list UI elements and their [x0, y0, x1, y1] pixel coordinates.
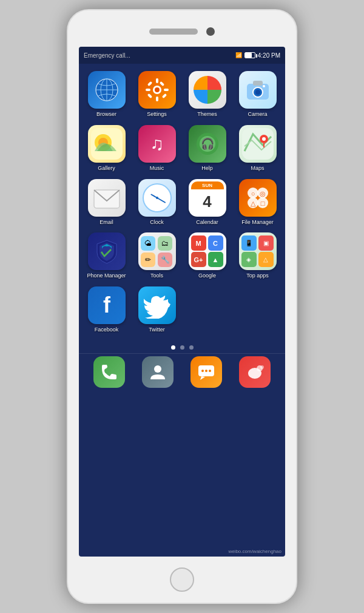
app-music[interactable]: ♫ Music [135, 125, 178, 172]
app-camera[interactable]: Camera [236, 71, 279, 118]
app-twitter[interactable]: Twitter [135, 286, 178, 333]
filemanager-icon: ○ ◎ △ □ [239, 179, 277, 217]
gmail-cell: M [191, 235, 206, 251]
email-label: Email [99, 219, 113, 226]
dock-contacts[interactable] [142, 356, 174, 388]
camera-icon [239, 71, 277, 109]
svg-point-17 [255, 90, 260, 95]
contacts-svg [148, 362, 167, 382]
help-svg: 🎧 [194, 130, 221, 157]
app-phonemanager[interactable]: Phone Manager [85, 232, 128, 279]
app-filemanager[interactable]: ○ ◎ △ □ File Manager [236, 179, 279, 226]
camera-svg [244, 76, 271, 103]
twitter-label: Twitter [149, 327, 165, 333]
svg-rect-15 [253, 81, 263, 86]
svg-rect-12 [159, 81, 164, 86]
chrome-cell: C [208, 235, 223, 251]
svg-rect-6 [156, 78, 158, 83]
svg-point-44 [209, 370, 211, 372]
svg-point-42 [201, 370, 204, 372]
home-button[interactable] [170, 567, 194, 592]
svg-rect-10 [147, 81, 152, 86]
phone-top-bezel [68, 10, 296, 47]
dock-weibo[interactable] [239, 356, 271, 388]
camera-label: Camera [248, 111, 267, 118]
calendar-day-header: SUN [191, 181, 224, 189]
page-indicator [79, 340, 285, 353]
phone-svg [99, 362, 119, 382]
maps-icon [239, 125, 277, 163]
app-settings[interactable]: Settings [135, 71, 178, 118]
phone-device: Emergency call... 📶 4:20 PM [67, 9, 297, 604]
svg-text:○: ○ [251, 190, 255, 197]
weibo-svg [245, 362, 265, 382]
gallery-icon [88, 125, 126, 163]
google-grid: M C G+ ▲ [189, 233, 226, 269]
messages-svg [197, 362, 216, 382]
phonemanager-icon [88, 232, 126, 270]
facebook-label: Facebook [95, 327, 119, 333]
maps-svg [242, 128, 274, 160]
battery-icon [244, 52, 255, 58]
app-google[interactable]: M C G+ ▲ Google [186, 232, 229, 279]
svg-text:f: f [103, 293, 111, 317]
email-svg [92, 183, 122, 213]
svg-text:♫: ♫ [150, 134, 164, 154]
filemanager-svg: ○ ◎ △ □ [244, 185, 271, 211]
phone-screen: Emergency call... 📶 4:20 PM [79, 47, 285, 557]
app-maps[interactable]: Maps [236, 125, 279, 172]
svg-text:△: △ [251, 200, 256, 207]
calendar-face: SUN 4 [191, 181, 224, 214]
clock-center-dot [156, 197, 158, 199]
front-camera [206, 27, 215, 36]
app-topapps[interactable]: 📱 ▣ ◈ △ Top apps [236, 232, 279, 279]
drive-cell: ▲ [208, 252, 223, 267]
app-gallery[interactable]: Gallery [85, 125, 128, 172]
svg-text:🎧: 🎧 [201, 137, 215, 151]
clock-icon [138, 179, 176, 217]
svg-point-28 [262, 137, 266, 141]
app-email[interactable]: Email [85, 179, 128, 226]
time-display: 4:20 PM [258, 52, 280, 59]
google-label: Google [198, 273, 216, 279]
svg-point-18 [263, 85, 265, 87]
themes-label: Themes [197, 111, 217, 118]
svg-text:◎: ◎ [260, 190, 266, 197]
bottom-dock [79, 353, 285, 391]
app-tools[interactable]: 🌤 🗂 ✏ 🔧 Tools [135, 232, 178, 279]
calendar-day-number: 4 [191, 189, 224, 214]
app-help[interactable]: 🎧 Help [186, 125, 229, 172]
themes-icon [189, 71, 226, 109]
tools-cell-3: ✏ [141, 252, 155, 267]
svg-point-47 [260, 365, 264, 369]
tools-icon: 🌤 🗂 ✏ 🔧 [138, 232, 176, 270]
gallery-label: Gallery [98, 165, 115, 172]
app-facebook[interactable]: f Facebook [85, 286, 128, 333]
clock-face [143, 183, 172, 212]
tools-cell-1: 🌤 [141, 236, 155, 251]
app-browser[interactable]: Browser [85, 71, 128, 118]
browser-label: Browser [96, 111, 116, 118]
app-calendar[interactable]: SUN 4 Calendar [186, 179, 229, 226]
dock-phone-icon [93, 356, 125, 388]
svg-text:□: □ [260, 200, 265, 207]
ta-cell-3: ◈ [241, 252, 257, 267]
apps-grid: Browser [79, 64, 285, 340]
dock-phone[interactable] [93, 356, 125, 388]
svg-point-40 [154, 365, 161, 373]
help-label: Help [201, 165, 213, 172]
phonemanager-label: Phone Manager [87, 273, 126, 279]
twitter-icon [138, 286, 176, 324]
emergency-text: Emergency call... [84, 52, 130, 59]
settings-icon [138, 71, 176, 109]
twitter-svg [144, 292, 170, 319]
app-clock[interactable]: Clock [135, 179, 178, 226]
gplus-cell: G+ [191, 252, 206, 267]
page-dot-3 [189, 345, 194, 350]
music-icon: ♫ [138, 125, 176, 163]
svg-rect-11 [161, 93, 166, 98]
dock-messages[interactable] [190, 356, 222, 388]
google-icon: M C G+ ▲ [189, 232, 226, 270]
tools-label: Tools [150, 273, 163, 279]
app-themes[interactable]: Themes [186, 71, 229, 118]
